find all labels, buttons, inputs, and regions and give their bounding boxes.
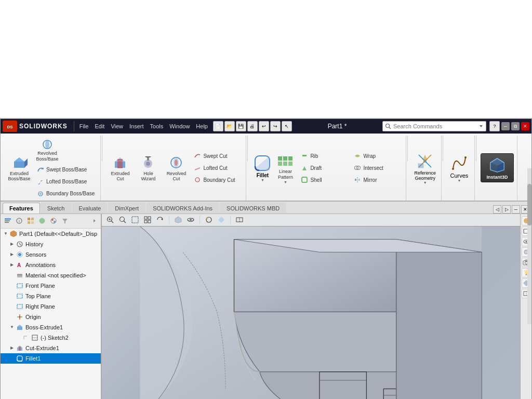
tree-item-sketch2[interactable]: ▶ (-) Sketch2 [1,332,101,343]
tree-item-boss-extrude1[interactable]: ▼ Boss-Extrude1 [1,322,101,332]
ft-expand-button[interactable] [90,216,99,226]
linear-pattern-button[interactable]: LinearPattern ▼ [274,151,297,185]
hole-wizard-button[interactable]: HoleWizard [135,153,162,184]
tree-item-history[interactable]: ▶ History [1,239,101,249]
tree-item-annotations[interactable]: ▶ A Annotations [1,260,101,270]
tree-item-top-plane[interactable]: ▶ Top Plane [1,291,101,301]
ft-dmanager-icon[interactable] [37,216,47,226]
menu-edit[interactable]: Edit [91,122,108,131]
tree-item-part1[interactable]: ▼ Part1 (Default<<Default>_Disp [1,229,101,239]
tab-features[interactable]: Features [3,203,40,214]
zoom-selection-icon[interactable] [130,215,140,224]
restore-button[interactable]: ⧉ [511,122,520,130]
svg-marker-7 [24,158,28,168]
extruded-boss-base-button[interactable]: ExtrudedBoss/Base [6,153,33,184]
print-button[interactable]: 🖨 [247,121,258,131]
menu-window[interactable]: Window [166,122,193,131]
mirror-button[interactable]: Mirror [351,174,403,185]
apply-scene-icon[interactable] [204,215,214,224]
tree-item-material[interactable]: ▶ Material <not specified> [1,270,101,281]
tab-dimxpert[interactable]: DimXpert [108,203,145,214]
instant3d-button[interactable]: Instant3D [481,153,514,182]
revolved-cut-button[interactable]: RevolvedCut [163,153,190,184]
ribbon: ExtrudedBoss/Base RevolvedBoss/Base [1,134,531,202]
tree-item-front-plane[interactable]: ▶ Front Plane [1,281,101,291]
tree-expand-history[interactable]: ▶ [9,241,15,247]
ribbon-content: ExtrudedBoss/Base RevolvedBoss/Base [3,136,529,201]
svg-point-9 [45,140,49,149]
new-button[interactable]: 📄 [213,121,223,131]
tree-expand-cut-extrude1[interactable]: ▶ [9,345,15,351]
tree-item-cut-extrude1[interactable]: ▶ Cut-Extrude1 [1,343,101,353]
tree-expand-sensors[interactable]: ▶ [9,251,15,258]
tree-expand-annotations[interactable]: ▶ [9,262,15,268]
open-button[interactable]: 📂 [224,121,235,131]
panel-collapse-button[interactable]: ◁ [493,205,501,214]
save-button[interactable]: 💾 [236,121,246,131]
swept-boss-base-button[interactable]: Swept Boss/Base [34,164,97,176]
boundary-boss-base-button[interactable]: Boundary Boss/Base [34,188,97,200]
standard-views-icon[interactable] [142,215,153,224]
search-input[interactable] [393,123,476,129]
lofted-boss-base-button[interactable]: Lofted Boss/Base [34,176,97,188]
draft-button[interactable]: Draft [298,162,350,174]
hide-show-icon[interactable] [185,215,196,224]
menu-insert[interactable]: Insert [126,122,147,131]
viewport-canvas[interactable] [102,227,520,399]
ft-property-manager-icon[interactable]: i [14,216,24,226]
svg-marker-42 [358,179,360,181]
section-view-icon[interactable] [234,215,245,224]
curves-button[interactable]: Curves ▼ [447,151,471,185]
boundary-boss-base-icon [36,190,45,198]
boundary-cut-button[interactable]: Boundary Cut [191,174,243,185]
intersect-button[interactable]: Intersect [351,162,403,174]
minimize-button[interactable]: ─ [501,122,510,130]
shell-button[interactable]: Shell [298,174,350,185]
search-bar[interactable] [382,121,486,131]
tab-solidworks-mbd[interactable]: SOLIDWORKS MBD [220,203,286,214]
menu-help[interactable]: Help [193,122,211,131]
ft-feature-manager-icon[interactable] [3,216,13,226]
tree-expand-part1[interactable]: ▼ [3,231,9,237]
rotate-view-icon[interactable] [155,215,165,224]
part-display-icon[interactable] [173,215,183,224]
rib-button[interactable]: Rib [298,150,350,162]
tree-item-right-plane[interactable]: ▶ Right Plane [1,301,101,312]
revolved-boss-base-button[interactable]: RevolvedBoss/Base [34,137,61,164]
svg-point-20 [146,162,150,166]
help-button[interactable]: ? [489,121,500,131]
menu-file[interactable]: File [76,122,92,131]
zoom-fit-icon[interactable] [105,215,115,224]
extruded-cut-button[interactable]: ExtrudedCut [107,153,134,184]
swept-cut-button[interactable]: Swept Cut [191,150,243,162]
undo-button[interactable]: ↩ [259,121,269,131]
tab-sketch[interactable]: Sketch [41,203,72,214]
render-icon[interactable] [216,215,227,224]
tab-evaluate[interactable]: Evaluate [72,203,108,214]
menu-view[interactable]: View [108,122,126,131]
ft-filter-icon[interactable] [60,216,70,226]
revolved-boss-base-icon [41,138,54,151]
zoom-to-fit-icon[interactable] [117,215,128,224]
svg-rect-90 [19,347,21,351]
fillet-button[interactable]: Fillet ▼ [252,153,273,183]
hole-wizard-icon [140,154,156,171]
panel-expand-button[interactable]: ▷ [502,205,511,214]
svg-rect-16 [117,159,123,168]
minimize-panel-button[interactable]: ─ [512,205,520,214]
tree-item-fillet1[interactable]: ▶ Fillet1 [1,353,101,364]
lofted-cut-button[interactable]: Lofted Cut [191,162,243,174]
redo-button[interactable]: ↪ [270,121,281,131]
ft-appearance-icon[interactable] [48,216,59,226]
close-button[interactable]: ✕ [521,122,529,130]
menu-tools[interactable]: Tools [147,122,167,131]
tab-solidworks-addins[interactable]: SOLIDWORKS Add-Ins [146,203,219,214]
ft-configuration-manager-icon[interactable] [25,216,36,226]
tree-expand-boss-extrude1[interactable]: ▼ [9,324,15,330]
select-button[interactable]: ↖ [282,121,292,131]
wrap-label: Wrap [363,153,376,159]
tree-item-origin[interactable]: ▶ Origin [1,312,101,322]
tree-item-sensors[interactable]: ▶ Sensors [1,249,101,260]
wrap-button[interactable]: Wrap [351,150,403,162]
reference-geometry-button[interactable]: ReferenceGeometry ▼ [412,150,438,187]
